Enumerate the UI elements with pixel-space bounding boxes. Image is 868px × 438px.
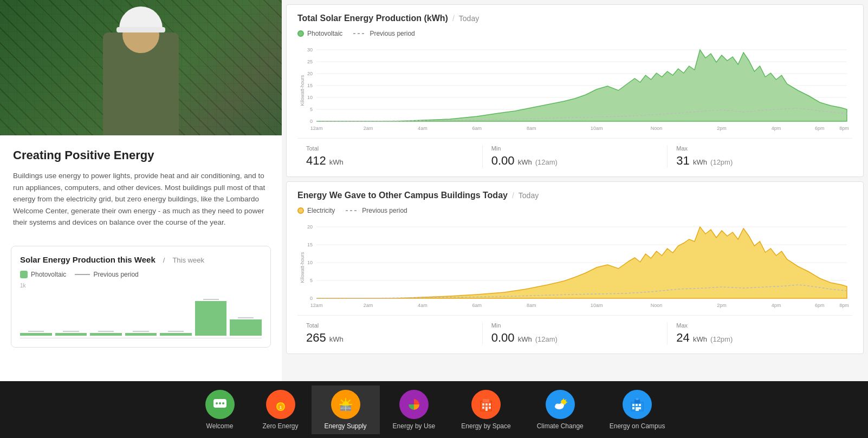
intro-title: Creating Positive Energy — [13, 148, 269, 162]
stat2-max-label: Max — [676, 322, 844, 329]
card1-pv-label: Photovoltaic — [307, 30, 342, 37]
svg-rect-73 — [482, 407, 484, 409]
legend-pv-label: Photovoltaic — [31, 271, 66, 278]
prev-dashed-line2 — [346, 210, 359, 211]
svg-rect-70 — [482, 403, 484, 406]
nav-item-energy-by-space[interactable]: Energy by Space — [448, 385, 523, 434]
svg-text:4am: 4am — [418, 303, 427, 308]
zero-energy-icon-circle: 1 — [266, 390, 295, 419]
stat2-max: Max 24 kWh (12pm) — [667, 322, 852, 345]
hero-image — [0, 0, 282, 135]
card1-legend-prev: Previous period — [353, 30, 414, 37]
card1-title-row: Total Solar Energy Production (kWh) / To… — [297, 14, 852, 23]
svg-text:2am: 2am — [364, 303, 373, 308]
card2-period: Today — [519, 191, 539, 200]
svg-text:10: 10 — [307, 260, 313, 265]
svg-rect-93 — [634, 400, 640, 403]
legend-pv: Photovoltaic — [20, 271, 66, 278]
nav-item-energy-supply[interactable]: Energy Supply — [312, 385, 380, 434]
svg-point-51 — [222, 402, 224, 404]
card2-title-row: Energy We Gave to Other Campus Buildings… — [297, 191, 852, 200]
svg-text:10am: 10am — [591, 303, 603, 308]
weekly-divider: / — [163, 256, 165, 264]
svg-text:6am: 6am — [472, 126, 482, 131]
svg-text:8am: 8am — [527, 126, 536, 131]
nav-label-energy-supply: Energy Supply — [325, 422, 367, 430]
svg-rect-87 — [632, 404, 634, 406]
nav-label-energy-by-use: Energy by Use — [393, 422, 436, 430]
svg-text:5: 5 — [310, 107, 313, 112]
bar-group-2 — [55, 299, 87, 336]
intro-section: Creating Positive Energy Buildings use e… — [0, 135, 282, 237]
energy-on-campus-icon-circle — [623, 390, 652, 419]
bar-group-7 — [230, 299, 262, 336]
cloud-sun-icon — [553, 397, 568, 412]
svg-text:20: 20 — [307, 224, 313, 230]
y-axis-label: 1k — [20, 283, 262, 289]
bar-group-6 — [195, 299, 227, 336]
svg-text:25: 25 — [307, 59, 313, 64]
svg-rect-89 — [639, 404, 641, 406]
bar-group-4 — [125, 299, 157, 336]
svg-text:30: 30 — [307, 47, 313, 53]
pv-dot — [20, 271, 28, 278]
sun-icon — [338, 397, 353, 412]
climate-change-icon-circle — [546, 390, 575, 419]
elec-circle — [297, 207, 304, 214]
card2-stats: Total 265 kWh Min 0.00 kWh (12am) Max — [297, 315, 852, 345]
svg-point-49 — [216, 402, 218, 404]
bar-group-3 — [90, 299, 122, 336]
nav-item-climate-change[interactable]: Climate Change — [524, 385, 597, 434]
stat2-max-value: 24 kWh (12pm) — [676, 331, 844, 345]
svg-text:8pm: 8pm — [839, 303, 849, 308]
energy-export-card: Energy We Gave to Other Campus Buildings… — [286, 181, 864, 354]
svg-text:4pm: 4pm — [772, 126, 781, 131]
svg-text:20: 20 — [307, 71, 313, 76]
nav-item-energy-by-use[interactable]: Energy by Use — [380, 385, 449, 434]
stat2-total: Total 265 kWh — [297, 322, 482, 345]
svg-rect-90 — [632, 407, 634, 409]
svg-text:6am: 6am — [472, 303, 482, 308]
svg-rect-92 — [639, 407, 641, 409]
svg-text:Kilowatt-hours: Kilowatt-hours — [300, 252, 305, 283]
card1-chart: 30 25 20 15 10 5 0 Kilowatt-hours — [297, 42, 852, 134]
svg-text:Noon: Noon — [651, 303, 663, 308]
svg-text:Kilowatt-hours: Kilowatt-hours — [300, 75, 305, 106]
card1-legend-pv: Photovoltaic — [297, 30, 342, 37]
card1-legend: Photovoltaic Previous period — [297, 30, 852, 37]
card1-period: Today — [459, 14, 479, 23]
svg-text:1: 1 — [279, 405, 282, 410]
card2-prev-label: Previous period — [362, 207, 407, 214]
pv-circle — [297, 30, 304, 37]
svg-point-50 — [219, 402, 221, 404]
svg-text:4am: 4am — [418, 126, 427, 131]
stat-min: Min 0.00 kWh (12am) — [482, 145, 668, 168]
nav-label-welcome: Welcome — [206, 422, 234, 430]
bottom-nav: Welcome 1 Zero Energy — [0, 381, 868, 438]
nav-item-welcome[interactable]: Welcome — [190, 385, 250, 434]
svg-text:10: 10 — [307, 95, 313, 100]
stat-max: Max 31 kWh (12pm) — [667, 145, 852, 168]
weekly-chart-card: Solar Energy Production this Week / This… — [11, 246, 271, 348]
nav-item-energy-on-campus[interactable]: Energy on Campus — [597, 385, 678, 434]
svg-line-60 — [341, 400, 343, 402]
weekly-legend: Photovoltaic Previous period — [20, 271, 262, 278]
stat2-min-label: Min — [491, 322, 659, 329]
svg-line-79 — [565, 400, 566, 401]
svg-rect-88 — [636, 404, 638, 406]
weekly-period: This week — [172, 256, 204, 264]
nav-item-zero-energy[interactable]: 1 Zero Energy — [250, 385, 312, 434]
svg-text:8pm: 8pm — [839, 126, 849, 131]
card1-stats: Total 412 kWh Min 0.00 kWh (12am) Max — [297, 138, 852, 168]
svg-text:6pm: 6pm — [815, 126, 825, 131]
svg-text:12am: 12am — [310, 126, 323, 131]
nav-label-climate-change: Climate Change — [537, 422, 584, 430]
svg-text:5: 5 — [310, 278, 313, 283]
card2-chart: 20 15 10 5 0 Kilowatt-hours — [297, 219, 852, 311]
svg-text:2pm: 2pm — [717, 303, 727, 308]
energy-supply-icon-circle — [331, 390, 360, 419]
stat-max-value: 31 kWh (12pm) — [676, 154, 844, 168]
building-icon — [478, 397, 494, 412]
stat-total-label: Total — [306, 145, 474, 152]
stat2-min: Min 0.00 kWh (12am) — [482, 322, 668, 345]
